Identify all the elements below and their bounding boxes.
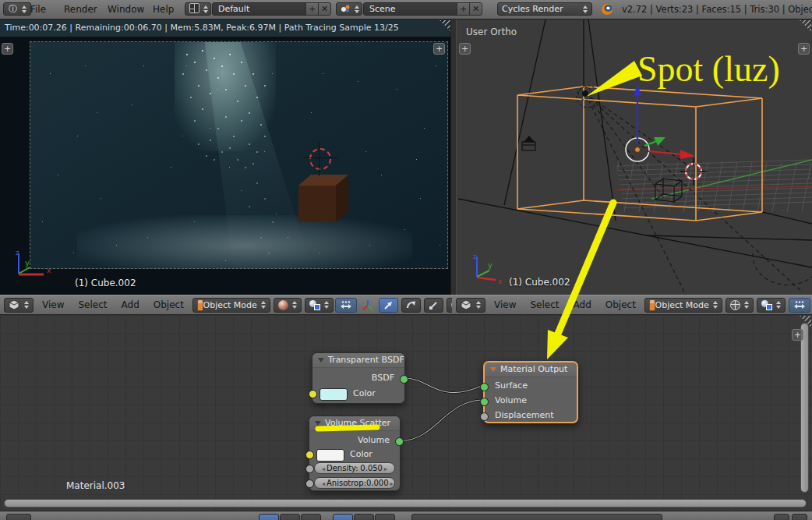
wireframe-viewport[interactable]: User Ortho + + z y x (1) Cube.002 [457, 19, 812, 295]
color-swatch[interactable] [316, 449, 344, 462]
material-name-label: Material.003 [66, 480, 125, 491]
screen-layout-field[interactable]: Default [212, 2, 306, 16]
region-expand-button[interactable]: + [459, 43, 471, 55]
snap-element-icon [309, 300, 320, 310]
menu-select[interactable]: Select [523, 299, 566, 310]
header-toggle-button[interactable] [333, 514, 353, 520]
view-mode-label: User Ortho [466, 27, 517, 37]
snap-element-icon [761, 300, 772, 310]
scene-add-button[interactable]: + [457, 2, 470, 16]
node-header[interactable]: Volume Scatter [309, 416, 400, 431]
socket-input-surface[interactable] [480, 383, 489, 391]
socket-output-volume[interactable] [395, 437, 404, 446]
header-button[interactable] [792, 514, 807, 520]
area-divider[interactable] [450, 19, 457, 295]
editor-type-button[interactable] [6, 514, 31, 520]
vertical-scrollbar[interactable] [800, 323, 809, 493]
color-swatch[interactable] [320, 388, 348, 401]
transform-manipulator[interactable] [626, 84, 695, 161]
editor-type-button[interactable] [4, 298, 34, 313]
viewport-shading-select[interactable] [274, 298, 302, 313]
volume-light-glow [175, 42, 276, 151]
render-engine-value: Cycles Render [502, 4, 563, 14]
pivot-point-select[interactable] [726, 298, 754, 313]
collapse-icon[interactable] [318, 358, 324, 363]
snap-element-select[interactable] [757, 298, 786, 313]
menu-help[interactable]: Help [148, 0, 178, 19]
region-expand-button[interactable]: + [433, 43, 445, 55]
horizontal-scrollbar[interactable] [4, 499, 807, 508]
manipulator-toggle[interactable] [360, 298, 376, 313]
region-expand-button[interactable]: + [792, 329, 803, 341]
mode-select[interactable]: Object Mode [644, 298, 722, 313]
scene-close-button[interactable]: ✕ [469, 2, 482, 16]
socket-output-bsdf[interactable] [400, 375, 408, 384]
menu-view[interactable]: View [35, 299, 71, 310]
svg-text:x: x [47, 267, 51, 274]
render-preview-viewport[interactable]: Time:00:07.26 | Remaining:00:06.70 | Mem… [0, 19, 452, 295]
node-title: Material Output [500, 363, 567, 377]
socket-input-color[interactable] [305, 451, 314, 459]
menu-window[interactable]: Window [103, 0, 149, 19]
color-row: Color [309, 448, 400, 461]
selected-cube-wireframe[interactable] [517, 87, 762, 221]
header-toggle-button[interactable] [301, 514, 321, 520]
manipulator-rotate-button[interactable] [401, 298, 421, 313]
render-canvas[interactable]: + + z y x (1) Cube.002 [0, 37, 452, 295]
header-toggle-button[interactable] [354, 514, 374, 520]
manipulator-scale-button[interactable] [424, 298, 443, 313]
collapse-icon[interactable] [315, 421, 321, 426]
region-expand-button[interactable]: + [798, 43, 810, 55]
menu-select[interactable]: Select [71, 299, 114, 310]
mode-spin [713, 301, 718, 309]
header-toggle-button[interactable] [259, 514, 279, 520]
mini-axis-gizmo: z y x [469, 253, 510, 288]
menu-add[interactable]: Add [567, 299, 598, 310]
info-header: ⓘ File Render Window Help Default + ✕ Sc… [0, 0, 812, 19]
input-surface-label: Surface [485, 380, 577, 392]
socket-input-anisotropy[interactable] [305, 479, 314, 488]
node-header[interactable]: Material Output [485, 363, 577, 377]
header-id-field[interactable] [411, 514, 662, 520]
transform-orientation-select[interactable]: Global [447, 298, 452, 313]
editor-type-button[interactable] [456, 298, 485, 313]
render-engine-select[interactable]: Cycles Render [497, 2, 592, 16]
snap-element-select[interactable] [305, 298, 334, 313]
header-toggle-button[interactable] [375, 514, 395, 520]
menu-file[interactable]: File [26, 0, 51, 19]
view3d-editor-icon [9, 299, 20, 311]
menu-add[interactable]: Add [115, 299, 147, 310]
node-header[interactable]: Transparent BSDF [312, 353, 404, 368]
scene-field[interactable]: Scene [363, 2, 457, 16]
node-volume-scatter[interactable]: Volume Scatter Volume Color Density: 0.0… [309, 416, 401, 491]
menu-view[interactable]: View [487, 299, 523, 310]
socket-input-density[interactable] [305, 465, 314, 473]
collapse-icon[interactable] [490, 367, 496, 372]
socket-input-displacement[interactable] [480, 412, 489, 421]
density-slider[interactable]: Density: 0.050 [314, 462, 395, 474]
node-editor[interactable]: Transparent BSDF BSDF Color Volume Scatt… [0, 315, 812, 520]
scene-browse-button[interactable] [336, 2, 362, 16]
snap-target-button[interactable] [335, 298, 357, 313]
menu-object[interactable]: Object [598, 299, 643, 310]
color-label: Color [353, 387, 376, 400]
anisotropy-slider[interactable]: Anisotrop: 0.000 [314, 477, 395, 489]
header-toggle-button[interactable] [280, 514, 300, 520]
camera-icon[interactable] [522, 136, 535, 150]
socket-input-color[interactable] [309, 390, 317, 398]
snap-target-button[interactable] [789, 298, 810, 313]
layout-add-button[interactable]: + [305, 2, 319, 16]
manipulator-translate-button[interactable] [379, 298, 398, 313]
screen-layout-browse-button[interactable] [185, 2, 211, 16]
scatter-particles [30, 42, 32, 44]
node-transparent-bsdf[interactable]: Transparent BSDF BSDF Color [312, 352, 405, 404]
menu-render[interactable]: Render [59, 0, 102, 19]
layout-close-button[interactable]: ✕ [318, 2, 331, 16]
header-button[interactable] [774, 514, 789, 520]
mode-select[interactable]: Object Mode [192, 298, 270, 313]
region-expand-button[interactable]: + [2, 43, 13, 55]
node-material-output[interactable]: Material Output Surface Volume Displacem… [483, 361, 578, 423]
rotate-icon [406, 300, 416, 310]
socket-input-volume[interactable] [480, 398, 489, 406]
menu-object[interactable]: Object [147, 299, 191, 310]
